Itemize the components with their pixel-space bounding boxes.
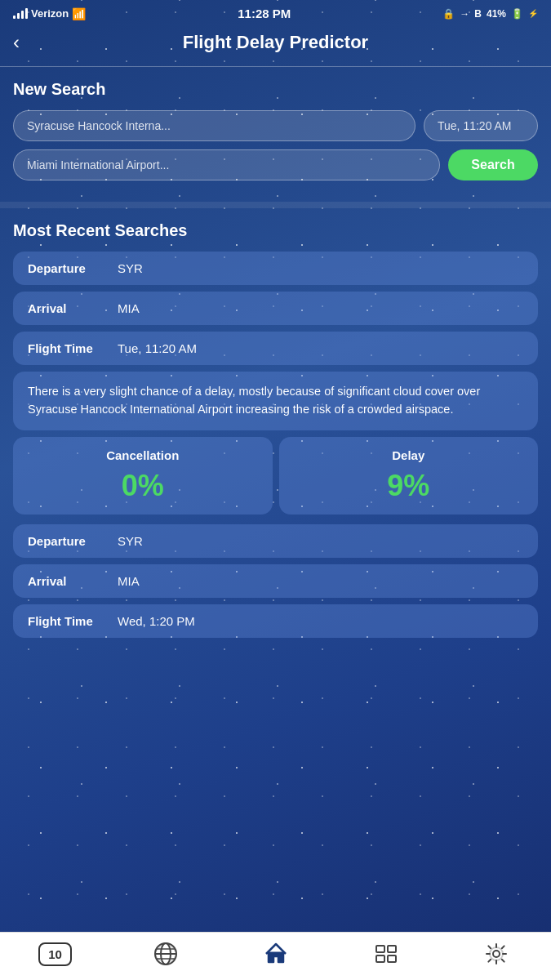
recent-searches-title: Most Recent Searches <box>13 221 538 240</box>
signal-icon <box>13 8 28 19</box>
arrival-label-1: Arrival <box>28 301 118 315</box>
flighttime-value-2: Wed, 1:20 PM <box>118 614 195 628</box>
from-airport-input[interactable]: Syracuse Hancock Interna... <box>13 110 415 141</box>
status-time: 11:28 PM <box>238 7 291 20</box>
status-bar: Verizon 📶 11:28 PM 🔒 → B 41% 🔋 ⚡ <box>0 0 551 24</box>
svg-rect-8 <box>388 956 396 962</box>
departure-value-1: SYR <box>118 261 143 275</box>
result-2-arrival: Arrival MIA <box>13 564 538 598</box>
battery-icon: 🔋 <box>511 8 523 20</box>
lock-icon: 🔒 <box>442 8 455 20</box>
globe-icon <box>153 941 179 967</box>
departure-label-2: Departure <box>28 534 118 548</box>
header-divider <box>0 66 551 67</box>
datetime-input[interactable]: Tue, 11:20 AM <box>424 110 538 141</box>
home-icon <box>263 941 289 967</box>
delay-value: 9% <box>294 469 524 503</box>
tab-badge-item[interactable]: 10 <box>31 942 80 966</box>
svg-point-9 <box>493 951 500 957</box>
cancellation-card: Cancellation 0% <box>13 437 273 514</box>
flighttime-value-1: Tue, 11:20 AM <box>118 341 197 355</box>
result-2-departure: Departure SYR <box>13 524 538 558</box>
delay-card: Delay 9% <box>279 437 539 514</box>
result-1-flighttime: Flight Time Tue, 11:20 AM <box>13 332 538 365</box>
flighttime-label-1: Flight Time <box>28 341 118 355</box>
tab-bar: 10 <box>0 932 551 980</box>
section-divider <box>0 202 551 208</box>
departure-value-2: SYR <box>118 534 143 548</box>
result-1-arrival: Arrival MIA <box>13 292 538 325</box>
back-button[interactable]: ‹ <box>13 31 20 54</box>
search-row-2: Miami International Airport... Search <box>13 149 538 180</box>
arrival-label-2: Arrival <box>28 574 118 588</box>
arrival-value-1: MIA <box>118 301 140 315</box>
search-row-1: Syracuse Hancock Interna... Tue, 11:20 A… <box>13 110 538 141</box>
flighttime-label-2: Flight Time <box>28 614 118 628</box>
result-1-departure: Departure SYR <box>13 252 538 285</box>
svg-rect-7 <box>376 956 384 962</box>
tab-settings[interactable] <box>472 941 521 967</box>
carrier-label: Verizon <box>31 7 69 20</box>
status-right: 🔒 → B 41% 🔋 ⚡ <box>442 8 538 20</box>
search-button[interactable]: Search <box>448 149 538 180</box>
arrival-value-2: MIA <box>118 574 140 588</box>
new-search-section: New Search Syracuse Hancock Interna... T… <box>0 80 551 202</box>
svg-rect-5 <box>376 946 384 952</box>
tab-list[interactable] <box>362 941 411 967</box>
recent-searches-section: Most Recent Searches Departure SYR Arriv… <box>0 221 551 657</box>
cancellation-label: Cancellation <box>28 448 258 462</box>
svg-point-10 <box>490 947 503 960</box>
to-airport-input[interactable]: Miami International Airport... <box>13 149 440 180</box>
battery-label: 41% <box>487 8 506 20</box>
page-title: Flight Delay Predictor <box>183 32 368 53</box>
result-1-description: There is a very slight chance of a delay… <box>13 372 538 430</box>
status-left: Verizon 📶 <box>13 7 86 20</box>
delay-label: Delay <box>294 448 524 462</box>
tab-home[interactable] <box>251 941 300 967</box>
charging-icon: ⚡ <box>528 9 538 18</box>
result-2-group: Departure SYR Arrival MIA Flight Time We… <box>13 524 538 638</box>
tab-badge[interactable]: 10 <box>38 942 72 966</box>
wifi-icon: 📶 <box>72 7 86 20</box>
list-icon <box>373 941 399 967</box>
new-search-title: New Search <box>13 80 538 99</box>
gear-icon <box>483 941 509 967</box>
result-1-stats: Cancellation 0% Delay 9% <box>13 437 538 514</box>
cancellation-value: 0% <box>28 469 258 503</box>
location-icon: → <box>460 8 469 20</box>
app-header: ‹ Flight Delay Predictor <box>0 24 551 66</box>
svg-rect-6 <box>388 946 396 952</box>
bluetooth-icon: B <box>474 8 482 20</box>
tab-globe[interactable] <box>141 941 190 967</box>
departure-label-1: Departure <box>28 261 118 275</box>
result-2-flighttime: Flight Time Wed, 1:20 PM <box>13 604 538 638</box>
